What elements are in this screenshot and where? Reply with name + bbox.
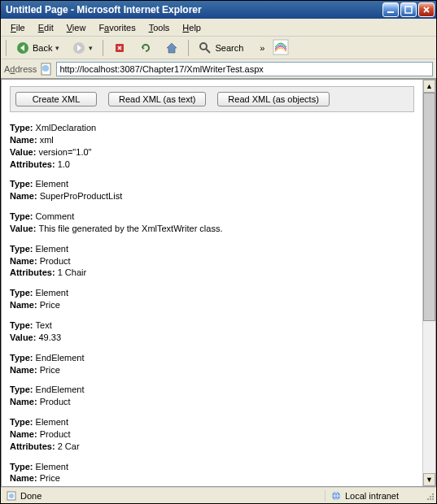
entry-value: Price	[40, 365, 60, 375]
entry-label: Name:	[10, 397, 40, 406]
output-entry: Type: XmlDeclarationName: xmlValue: vers…	[10, 122, 414, 170]
entry-value: Element	[36, 462, 68, 471]
entry-label: Type:	[10, 462, 36, 471]
refresh-icon	[139, 41, 152, 54]
home-icon	[165, 41, 178, 54]
entry-label: Value:	[10, 147, 38, 157]
browser-window: Untitled Page - Microsoft Internet Explo…	[0, 0, 437, 504]
chevron-down-icon: ▾	[55, 44, 59, 52]
output-entry: Type: ElementName: SuperProProductList	[10, 178, 414, 202]
svg-point-10	[9, 493, 14, 498]
entry-value: Element	[36, 288, 68, 298]
status-left: Done	[1, 490, 326, 502]
output-entry: Type: ElementName: Price	[10, 287, 414, 311]
svg-point-17	[432, 498, 434, 500]
entry-value: version="1.0"	[38, 147, 91, 157]
done-icon	[6, 490, 17, 502]
titlebar: Untitled Page - Microsoft Internet Explo…	[1, 1, 436, 19]
entry-label: Value:	[10, 332, 38, 342]
entry-label: Name:	[10, 135, 40, 145]
entry-value: Product	[40, 429, 71, 439]
entry-label: Type:	[10, 320, 36, 330]
back-button[interactable]: Back ▾	[11, 40, 64, 56]
entry-value: Element	[36, 417, 68, 427]
entry-value: Price	[40, 473, 60, 483]
entry-label: Name:	[10, 300, 40, 310]
scroll-up-button[interactable]: ▲	[423, 80, 435, 93]
zone-icon	[330, 490, 342, 502]
address-input[interactable]	[56, 62, 433, 76]
chevron-down-icon: ▾	[89, 44, 93, 52]
entry-label: Attributes:	[10, 441, 58, 451]
scroll-down-button[interactable]: ▼	[423, 473, 435, 486]
entry-value: 49.33	[38, 332, 61, 342]
output-entry: Type: CommentValue: This file generated …	[10, 211, 414, 235]
status-right: Local intranet	[326, 490, 423, 502]
entry-label: Type:	[10, 179, 36, 189]
refresh-button[interactable]	[134, 40, 157, 56]
toolbar-overflow[interactable]: »	[255, 43, 269, 53]
resize-grip[interactable]	[423, 489, 436, 502]
read-xml-objects-button[interactable]: Read XML (as objects)	[217, 92, 329, 106]
stop-icon	[113, 41, 126, 54]
entry-value: 1 Chair	[58, 267, 86, 277]
status-text: Done	[20, 491, 42, 501]
maximize-button[interactable]	[400, 2, 417, 17]
menu-help[interactable]: Help	[176, 21, 208, 34]
menu-file[interactable]: File	[4, 21, 32, 34]
svg-point-15	[427, 498, 429, 500]
minimize-button[interactable]	[382, 2, 399, 17]
home-button[interactable]	[160, 40, 183, 56]
menu-edit[interactable]: Edit	[32, 21, 60, 34]
entry-value: SuperProProductList	[40, 191, 123, 201]
entry-value: Product	[40, 397, 71, 406]
window-title: Untitled Page - Microsoft Internet Explo…	[6, 4, 381, 15]
svg-point-13	[430, 496, 431, 497]
content-area: Create XML Read XML (as text) Read XML (…	[1, 79, 436, 487]
entry-label: Type:	[10, 244, 36, 254]
scroll-track[interactable]	[423, 93, 435, 473]
entry-label: Name:	[10, 429, 40, 439]
output-entry: Type: ElementName: ProductAttributes: 2 …	[10, 416, 414, 453]
menu-favorites[interactable]: Favorites	[92, 21, 142, 34]
vertical-scrollbar[interactable]: ▲ ▼	[422, 80, 435, 486]
close-button[interactable]	[418, 2, 435, 17]
back-label: Back	[33, 43, 52, 53]
forward-button[interactable]: ▾	[68, 40, 98, 56]
entry-value: Comment	[36, 211, 75, 221]
entry-label: Type:	[10, 123, 36, 133]
entry-label: Name:	[10, 473, 40, 483]
entry-label: Type:	[10, 353, 36, 363]
entry-label: Attributes:	[10, 267, 58, 277]
page-icon	[40, 63, 53, 76]
svg-point-16	[430, 498, 431, 500]
svg-point-12	[432, 493, 434, 495]
entry-label: Name:	[10, 256, 40, 266]
create-xml-button[interactable]: Create XML	[15, 92, 97, 106]
entry-label: Attributes:	[10, 159, 58, 169]
scroll-thumb[interactable]	[423, 93, 435, 321]
output-entry: Type: ElementName: ProductAttributes: 1 …	[10, 243, 414, 280]
entry-label: Value:	[10, 224, 38, 233]
address-bar: Address	[1, 59, 436, 79]
entry-value: EndElement	[36, 385, 85, 394]
address-label: Address	[4, 64, 37, 74]
search-icon	[199, 41, 212, 54]
entry-label: Name:	[10, 365, 40, 375]
stop-button[interactable]	[108, 40, 131, 56]
svg-point-5	[200, 43, 207, 50]
page-content: Create XML Read XML (as text) Read XML (…	[2, 80, 422, 486]
entry-label: Type:	[10, 211, 36, 221]
button-panel: Create XML Read XML (as text) Read XML (…	[10, 86, 414, 112]
menu-tools[interactable]: Tools	[142, 21, 177, 34]
menu-view[interactable]: View	[60, 21, 93, 34]
output-entry: Type: ElementName: Price	[10, 461, 414, 485]
entry-value: Element	[36, 179, 68, 189]
output-entry: Type: EndElementName: Product	[10, 384, 414, 408]
entry-label: Type:	[10, 417, 36, 427]
search-button[interactable]: Search	[194, 40, 248, 56]
entry-label: Type:	[10, 288, 36, 298]
ie-logo	[273, 39, 289, 57]
output-entry: Type: TextValue: 49.33	[10, 319, 414, 344]
read-xml-text-button[interactable]: Read XML (as text)	[108, 92, 206, 106]
